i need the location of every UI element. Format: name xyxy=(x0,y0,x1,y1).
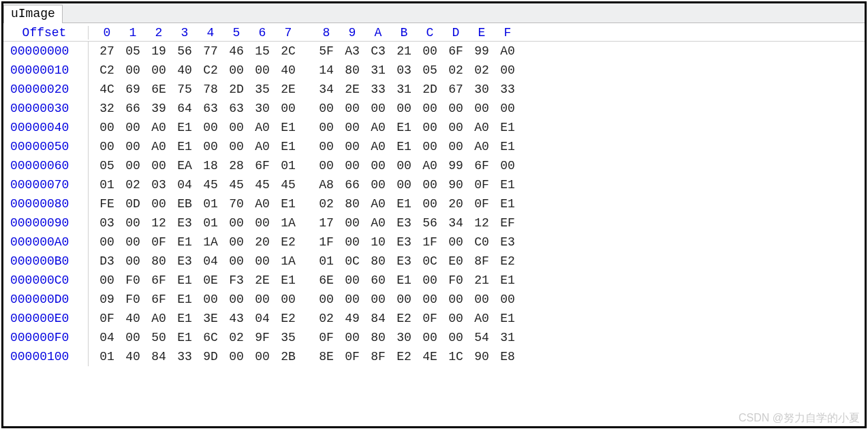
hex-cell[interactable]: E1 xyxy=(391,137,417,156)
hex-cell[interactable]: 90 xyxy=(469,347,495,366)
hex-cell[interactable]: 00 xyxy=(249,347,275,366)
hex-cell[interactable]: E2 xyxy=(391,309,417,328)
hex-cell[interactable]: 4E xyxy=(417,347,443,366)
hex-cell[interactable]: 00 xyxy=(443,328,469,347)
hex-cell[interactable]: 00 xyxy=(313,118,339,137)
hex-cell[interactable]: 49 xyxy=(339,309,365,328)
hex-cell[interactable]: EA xyxy=(172,156,198,175)
hex-cell[interactable]: E1 xyxy=(391,271,417,290)
hex-cell[interactable]: E2 xyxy=(495,252,521,271)
hex-cell[interactable]: 63 xyxy=(198,99,223,118)
hex-cell[interactable]: 40 xyxy=(120,309,146,328)
hex-cell[interactable]: 1A xyxy=(198,233,223,252)
hex-cell[interactable]: 80 xyxy=(146,252,172,271)
hex-cell[interactable]: 35 xyxy=(249,80,275,99)
hex-cell[interactable]: 6F xyxy=(469,156,495,175)
hex-cell[interactable]: 00 xyxy=(223,252,249,271)
hex-cell[interactable]: 00 xyxy=(120,156,146,175)
hex-cell[interactable]: 04 xyxy=(198,252,223,271)
hex-cell[interactable]: 00 xyxy=(443,290,469,309)
hex-cell[interactable]: E1 xyxy=(495,137,521,156)
hex-cell[interactable]: E1 xyxy=(172,118,198,137)
hex-cell[interactable]: 31 xyxy=(495,328,521,347)
hex-cell[interactable]: E1 xyxy=(172,290,198,309)
hex-cell[interactable]: E1 xyxy=(495,118,521,137)
hex-cell[interactable]: E1 xyxy=(172,328,198,347)
hex-cell[interactable]: F0 xyxy=(120,271,146,290)
hex-cell[interactable]: 00 xyxy=(313,290,339,309)
hex-cell[interactable]: 21 xyxy=(391,42,417,61)
hex-cell[interactable]: E1 xyxy=(391,118,417,137)
hex-cell[interactable]: 02 xyxy=(313,194,339,213)
hex-cell[interactable]: 00 xyxy=(339,290,365,309)
hex-cell[interactable]: 6C xyxy=(198,328,223,347)
hex-cell[interactable]: 00 xyxy=(223,137,249,156)
hex-cell[interactable]: 00 xyxy=(223,118,249,137)
hex-cell[interactable]: 02 xyxy=(120,175,146,194)
hex-cell[interactable]: 2E xyxy=(249,271,275,290)
hex-row[interactable]: 000000400000A0E10000A0E10000A0E10000A0E1 xyxy=(3,118,865,137)
hex-cell[interactable]: F0 xyxy=(443,271,469,290)
hex-cell[interactable]: 00 xyxy=(339,213,365,233)
hex-cell[interactable]: 1A xyxy=(275,252,301,271)
hex-cell[interactable]: 00 xyxy=(417,42,443,61)
hex-cell[interactable]: A0 xyxy=(365,213,391,233)
hex-cell[interactable]: F3 xyxy=(223,271,249,290)
hex-cell[interactable]: 00 xyxy=(313,137,339,156)
hex-cell[interactable]: E3 xyxy=(495,233,521,252)
hex-cell[interactable]: 80 xyxy=(365,252,391,271)
hex-cell[interactable]: 03 xyxy=(391,61,417,80)
hex-cell[interactable]: 00 xyxy=(146,194,172,213)
hex-cell[interactable]: FE xyxy=(94,194,120,213)
hex-cell[interactable]: 0F xyxy=(417,309,443,328)
hex-cell[interactable]: A8 xyxy=(313,175,339,194)
hex-row[interactable]: 0000003032663964636330000000000000000000 xyxy=(3,99,865,118)
hex-cell[interactable]: 00 xyxy=(223,347,249,366)
hex-cell[interactable]: 0C xyxy=(417,252,443,271)
hex-cell[interactable]: A3 xyxy=(339,42,365,61)
hex-cell[interactable]: 30 xyxy=(469,80,495,99)
hex-cell[interactable]: 00 xyxy=(443,99,469,118)
hex-cell[interactable]: 9D xyxy=(198,347,223,366)
hex-cell[interactable]: 00 xyxy=(417,290,443,309)
hex-cell[interactable]: 45 xyxy=(249,175,275,194)
hex-cell[interactable]: 99 xyxy=(469,42,495,61)
hex-cell[interactable]: A0 xyxy=(249,194,275,213)
hex-cell[interactable]: E1 xyxy=(275,271,301,290)
hex-cell[interactable]: 56 xyxy=(417,213,443,233)
hex-cell[interactable]: 00 xyxy=(94,233,120,252)
hex-cell[interactable]: E2 xyxy=(275,233,301,252)
hex-cell[interactable]: E2 xyxy=(275,309,301,328)
hex-cell[interactable]: 90 xyxy=(443,175,469,194)
hex-cell[interactable]: 00 xyxy=(198,118,223,137)
hex-cell[interactable]: E1 xyxy=(172,233,198,252)
hex-row[interactable]: 000000D009F06FE1000000000000000000000000 xyxy=(3,290,865,309)
hex-cell[interactable]: 45 xyxy=(223,175,249,194)
hex-cell[interactable]: 66 xyxy=(339,175,365,194)
hex-cell[interactable]: 0F xyxy=(469,175,495,194)
hex-cell[interactable]: 00 xyxy=(249,290,275,309)
hex-cell[interactable]: 35 xyxy=(275,328,301,347)
hex-cell[interactable]: 00 xyxy=(495,61,521,80)
hex-cell[interactable]: 80 xyxy=(339,61,365,80)
hex-cell[interactable]: A0 xyxy=(417,156,443,175)
hex-cell[interactable]: 2D xyxy=(417,80,443,99)
hex-cell[interactable]: 45 xyxy=(198,175,223,194)
hex-cell[interactable]: 00 xyxy=(120,328,146,347)
hex-cell[interactable]: 00 xyxy=(120,118,146,137)
hex-row[interactable]: 000000E00F40A0E13E4304E2024984E20F00A0E1 xyxy=(3,309,865,328)
hex-cell[interactable]: 0F xyxy=(469,194,495,213)
hex-cell[interactable]: 54 xyxy=(469,328,495,347)
hex-cell[interactable]: E1 xyxy=(172,309,198,328)
hex-cell[interactable]: E3 xyxy=(391,213,417,233)
hex-cell[interactable]: 01 xyxy=(313,252,339,271)
hex-cell[interactable]: 99 xyxy=(443,156,469,175)
hex-cell[interactable]: 12 xyxy=(146,213,172,233)
hex-cell[interactable]: 00 xyxy=(443,309,469,328)
hex-cell[interactable]: 84 xyxy=(146,347,172,366)
hex-cell[interactable]: 80 xyxy=(339,194,365,213)
hex-cell[interactable]: 6F xyxy=(146,271,172,290)
hex-cell[interactable]: 05 xyxy=(120,42,146,61)
hex-cell[interactable]: 8F xyxy=(365,347,391,366)
hex-cell[interactable]: E8 xyxy=(495,347,521,366)
